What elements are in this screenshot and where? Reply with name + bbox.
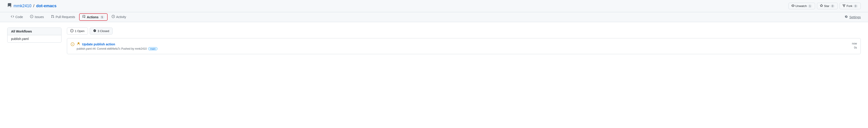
activity-icon [112,15,115,19]
repo-name-link[interactable]: dot-emacs [36,4,57,8]
unwatch-icon [792,4,795,8]
pull-requests-icon [51,15,54,19]
tab-activity[interactable]: Activity [108,12,130,22]
tab-pull-requests[interactable]: Pull Requests [48,12,79,22]
run-meta: publish.yaml #4: Commit eb6f4efa7c Pushe… [76,47,158,50]
unwatch-button[interactable]: Unwatch 1 [788,3,815,9]
run-status-icon [71,42,74,47]
main-content: All Workflows publish.yaml 1 Open [0,22,868,60]
star-count: 0 [830,4,835,8]
run-info: Update publish action publish.yaml #4: C… [76,42,158,50]
actions-badge: 1 [100,15,104,19]
filter-open-label: 1 Open [75,29,85,33]
run-title-row: Update publish action [76,42,158,46]
repo-title: mmk2410 / dot-emacs [7,3,57,9]
tab-code[interactable]: Code [7,12,26,22]
tab-code-label: Code [16,15,23,19]
issues-icon [30,15,33,19]
closed-circle-icon [93,29,96,33]
top-header: mmk2410 / dot-emacs Unwatch 1 Star 0 [0,0,868,12]
repo-icon [7,3,12,9]
workflow-area: 1 Open 3 Closed [67,28,861,54]
run-time: now 0s [852,42,857,49]
workflow-filters: 1 Open 3 Closed [67,28,861,35]
settings-link[interactable]: Settings [845,12,861,22]
run-title-link[interactable]: Update publish action [82,42,115,46]
repo-separator: / [33,4,34,8]
actions-icon [82,15,86,19]
filter-open-button[interactable]: 1 Open [67,28,88,35]
sidebar-item-publish-yaml[interactable]: publish.yaml [7,35,61,42]
sidebar-section: All Workflows publish.yaml [7,28,61,43]
unwatch-label: Unwatch [796,4,807,8]
fork-label: Fork [846,4,852,8]
sidebar: All Workflows publish.yaml [7,28,61,54]
filter-closed-button[interactable]: 3 Closed [90,28,113,35]
run-meta-text: publish.yaml #4: Commit eb6f4efa7c Pushe… [76,47,147,50]
tab-actions[interactable]: Actions 1 [79,13,107,21]
tab-issues[interactable]: Issues [26,12,47,22]
star-label: Star [824,4,829,8]
run-time-relative: now [852,42,857,45]
run-time-duration: 0s [854,46,857,49]
all-workflows-label: All Workflows [11,30,32,33]
run-actor-icon [76,42,80,46]
star-button[interactable]: Star 0 [817,3,838,9]
tab-issues-label: Issues [35,15,43,19]
settings-label: Settings [849,15,861,19]
fork-count: 0 [853,4,858,8]
workflow-run-left: Update publish action publish.yaml #4: C… [71,42,158,50]
fork-icon [842,4,846,8]
open-circle-icon [70,29,73,33]
sidebar-item-all-workflows[interactable]: All Workflows [7,28,61,35]
fork-button[interactable]: Fork 0 [839,3,861,9]
workflow-run-item: Update publish action publish.yaml #4: C… [67,38,861,54]
tab-pull-requests-label: Pull Requests [56,15,75,19]
star-icon [820,4,823,8]
settings-icon [845,15,848,19]
publish-yaml-label: publish.yaml [11,37,29,41]
repo-actions: Unwatch 1 Star 0 Fork 0 [788,3,861,9]
tab-activity-label: Activity [116,15,126,19]
tab-actions-label: Actions [87,15,98,19]
owner-link[interactable]: mmk2410 [13,4,31,8]
nav-tabs-left: Code Issues Pull Requests [7,12,130,22]
code-icon [11,15,14,19]
filter-closed-label: 3 Closed [98,29,109,33]
unwatch-count: 1 [808,4,812,8]
run-branch-badge: main [148,47,158,50]
nav-tabs: Code Issues Pull Requests [0,12,868,22]
